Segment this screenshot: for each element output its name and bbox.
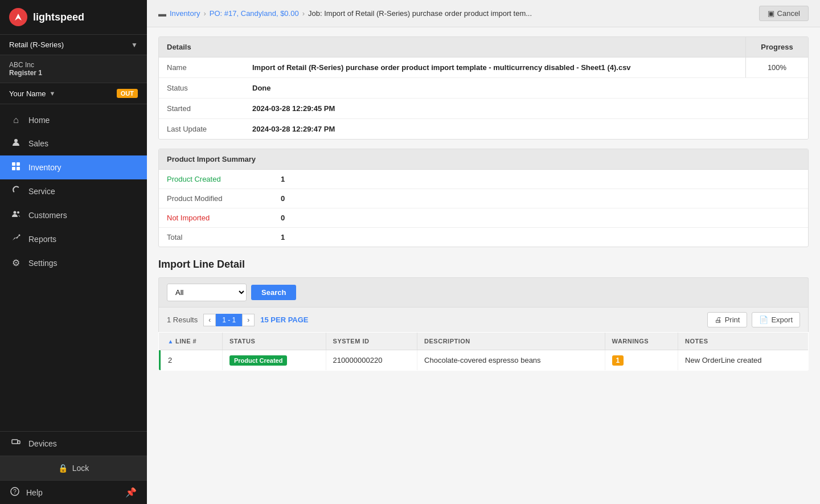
sidebar-item-sales[interactable]: Sales [0, 132, 147, 155]
breadcrumb-inventory[interactable]: Inventory [170, 9, 200, 18]
sidebar-logo: lightspeed [0, 0, 147, 35]
cell-line: 2 [161, 350, 223, 371]
details-header: Details Progress [159, 37, 808, 58]
export-icon: 📄 [759, 315, 768, 324]
lock-button[interactable]: 🔒 Lock [0, 456, 147, 481]
summary-label-total: Total [159, 228, 273, 247]
sidebar-item-devices[interactable]: Devices [0, 432, 147, 456]
summary-label-modified: Product Modified [159, 189, 273, 208]
print-button[interactable]: 🖨 Print [707, 312, 748, 327]
col-line: ▲LINE # [161, 333, 223, 350]
results-bar: 1 Results ‹ 1 - 1 › 15 PER PAGE 🖨 Print … [158, 307, 809, 332]
filter-select[interactable]: All Product Created Product Modified Not… [167, 284, 247, 301]
svg-rect-4 [12, 167, 15, 170]
help-row[interactable]: ? Help 📌 [0, 481, 147, 504]
col-desc: DESCRIPTION [417, 333, 605, 350]
detail-label-name: Name [159, 58, 244, 77]
sidebar-item-label: Inventory [28, 163, 62, 172]
svg-text:?: ? [13, 489, 17, 495]
sidebar-item-customers[interactable]: Customers [0, 203, 147, 227]
store-chevron-icon: ▼ [131, 41, 138, 49]
import-line-table: ▲LINE # STATUS SYSTEM ID DESCRIPTION WAR… [158, 332, 809, 371]
col-notes: NOTES [678, 333, 809, 350]
summary-value-total: 1 [273, 228, 293, 247]
cancel-icon: ▣ [768, 9, 774, 18]
svg-rect-9 [12, 440, 18, 444]
import-line-detail: Import Line Detail All Product Created P… [158, 259, 809, 371]
store-selector[interactable]: Retail (R-Series) ▼ [0, 35, 147, 55]
topbar: ▬ Inventory › PO: #17, Candyland, $0.00 … [147, 0, 820, 27]
devices-icon [10, 438, 22, 449]
sidebar-item-inventory[interactable]: Inventory [0, 155, 147, 179]
per-page-link[interactable]: 15 PER PAGE [260, 315, 308, 324]
user-row[interactable]: Your Name ▼ OUT [0, 83, 147, 104]
detail-label-started: Started [159, 99, 244, 118]
breadcrumb-po[interactable]: PO: #17, Candyland, $0.00 [210, 9, 299, 18]
details-section: Details Progress Name Import of Retail (… [158, 36, 809, 140]
summary-value-created: 1 [273, 170, 293, 189]
status-badge: Product Created [229, 355, 288, 366]
col-sysid: SYSTEM ID [326, 333, 417, 350]
cancel-button[interactable]: ▣ Cancel [759, 6, 809, 21]
summary-label-created: Product Created [159, 170, 273, 189]
register-name: Register 1 [9, 69, 138, 77]
table-row: 2 Product Created 210000000220 Chocolate… [159, 350, 809, 371]
account-info: ABC Inc Register 1 [0, 55, 147, 83]
detail-value-lastupdate: 2024-03-28 12:29:47 PM [244, 119, 808, 139]
sidebar-bottom: Devices 🔒 Lock ? Help 📌 [0, 431, 147, 504]
logo-text: lightspeed [33, 11, 84, 23]
lock-icon: 🔒 [58, 464, 68, 473]
cell-desc: Chocolate-covered espresso beans [417, 350, 605, 371]
import-summary-section: Product Import Summary Product Created 1… [158, 149, 809, 247]
sidebar-item-label: Settings [28, 259, 58, 268]
main-content: ▬ Inventory › PO: #17, Candyland, $0.00 … [147, 0, 820, 504]
service-icon [10, 186, 22, 197]
next-page-button[interactable]: › [242, 314, 255, 326]
svg-point-1 [14, 139, 18, 142]
reports-icon [10, 233, 22, 245]
summary-row-modified: Product Modified 0 [159, 189, 808, 208]
sales-icon [10, 138, 22, 149]
sidebar-item-reports[interactable]: Reports [0, 227, 147, 251]
sidebar-item-label: Service [28, 187, 55, 196]
sidebar-item-label: Customers [28, 211, 67, 220]
store-name: Retail (R-Series) [9, 40, 64, 49]
progress-value: 100% [745, 58, 808, 77]
svg-rect-2 [12, 162, 15, 166]
export-button[interactable]: 📄 Export [752, 312, 800, 327]
summary-row-total: Total 1 [159, 228, 808, 247]
detail-label-status: Status [159, 78, 244, 98]
cell-warnings: 1 [605, 350, 678, 371]
cell-status: Product Created [222, 350, 326, 371]
pin-icon: 📌 [125, 487, 137, 498]
warning-badge: 1 [612, 355, 624, 366]
col-status: STATUS [222, 333, 326, 350]
print-icon: 🖨 [715, 315, 722, 324]
sidebar: lightspeed Retail (R-Series) ▼ ABC Inc R… [0, 0, 147, 504]
help-icon: ? [10, 487, 19, 498]
detail-row-name: Name Import of Retail (R-Series) purchas… [159, 58, 808, 78]
summary-label-notimported: Not Imported [159, 208, 273, 227]
home-icon: ⌂ [10, 115, 22, 125]
detail-value-status: Done [244, 78, 808, 98]
results-right: 🖨 Print 📄 Export [707, 312, 800, 327]
sidebar-item-service[interactable]: Service [0, 179, 147, 203]
sidebar-item-home[interactable]: ⌂ Home [0, 109, 147, 132]
import-summary-header: Product Import Summary [159, 149, 808, 170]
user-name: Your Name [9, 89, 46, 98]
main-nav: ⌂ Home Sales Inventory Service Custome [0, 104, 147, 431]
svg-rect-5 [17, 167, 20, 170]
breadcrumb-sep-1: › [203, 9, 206, 18]
search-button[interactable]: Search [251, 285, 296, 300]
inventory-icon [10, 162, 22, 173]
summary-row-notimported: Not Imported 0 [159, 208, 808, 228]
customers-icon [10, 210, 22, 221]
svg-point-8 [19, 235, 20, 236]
filter-bar: All Product Created Product Modified Not… [158, 277, 809, 307]
settings-icon: ⚙ [10, 257, 22, 268]
breadcrumb-icon: ▬ [158, 9, 166, 18]
devices-label: Devices [28, 439, 57, 448]
results-count: 1 Results [167, 315, 198, 324]
sidebar-item-settings[interactable]: ⚙ Settings [0, 251, 147, 274]
prev-page-button[interactable]: ‹ [203, 314, 216, 326]
